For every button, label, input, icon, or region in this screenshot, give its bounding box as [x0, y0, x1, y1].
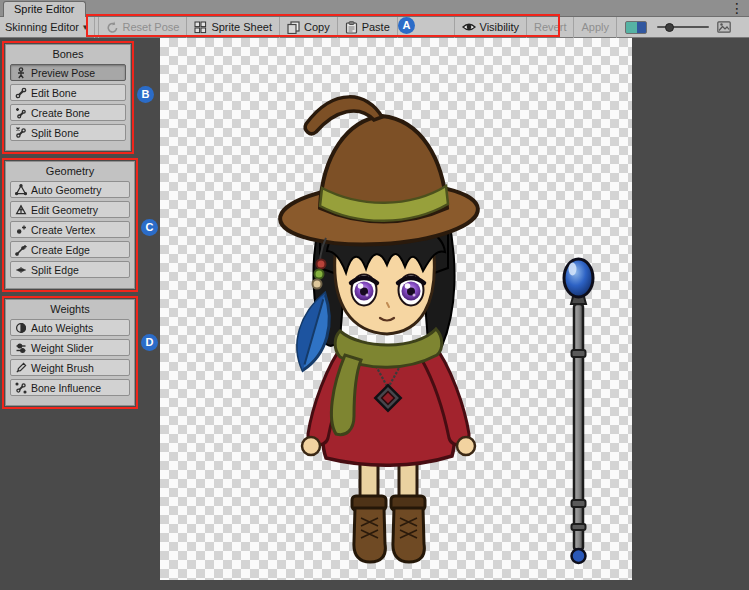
texture-channel-swatch[interactable] [625, 21, 647, 34]
annotation-badge-c: C [141, 219, 158, 236]
kebab-menu-icon[interactable]: ⋮ [730, 0, 744, 16]
create-vertex-tool-label: Create Vertex [31, 224, 95, 236]
paste-label: Paste [362, 21, 390, 33]
geometry-panel-title: Geometry [10, 164, 130, 178]
create-edge-tool-label: Create Edge [31, 244, 90, 256]
preview-pose-tool-button[interactable]: Preview Pose [10, 64, 126, 81]
preview-pose-icon [15, 67, 27, 79]
visibility-button[interactable]: Visibility [454, 17, 528, 38]
visibility-eye-icon [462, 21, 476, 33]
character-sprite [279, 97, 480, 562]
auto-geometry-icon [15, 184, 27, 196]
annotation-badge-b: B [137, 86, 154, 103]
edit-bone-tool-button[interactable]: Edit Bone [10, 84, 126, 101]
reset-pose-label: Reset Pose [123, 21, 180, 33]
copy-button[interactable]: Copy [280, 17, 338, 38]
mip-level-control[interactable] [717, 21, 731, 33]
visibility-label: Visibility [480, 21, 520, 33]
titlebar: Sprite Editor ⋮ [0, 0, 749, 17]
weight-slider-tool-button[interactable]: Weight Slider [10, 339, 130, 356]
bone-influence-tool-button[interactable]: Bone Influence [10, 379, 130, 396]
weight-brush-tool-label: Weight Brush [31, 362, 94, 374]
edit-geometry-icon [15, 204, 27, 216]
bones-panel: Bones Preview Pose Edit Bone Create Bone… [5, 44, 131, 151]
paste-button[interactable]: Paste [338, 17, 398, 38]
weight-brush-tool-button[interactable]: Weight Brush [10, 359, 130, 376]
annotation-box-geometry: Geometry Auto Geometry Edit Geometry Cre… [2, 158, 138, 292]
bone-influence-icon [15, 382, 27, 394]
annotation-box-weights: Weights Auto Weights Weight Slider Weigh… [2, 296, 138, 409]
staff-sprite [564, 259, 593, 563]
sprite-sheet-icon [194, 21, 207, 34]
copy-icon [287, 21, 300, 34]
weight-slider-icon [15, 342, 27, 354]
revert-button[interactable]: Revert [527, 17, 574, 38]
edit-bone-tool-label: Edit Bone [31, 87, 77, 99]
bones-panel-title: Bones [10, 47, 126, 61]
character-and-staff-art [160, 38, 632, 580]
auto-weights-tool-button[interactable]: Auto Weights [10, 319, 130, 336]
split-edge-tool-label: Split Edge [31, 264, 79, 276]
create-edge-tool-button[interactable]: Create Edge [10, 241, 130, 258]
reset-pose-icon [106, 21, 119, 34]
sprite-sheet-button[interactable]: Sprite Sheet [187, 17, 280, 38]
create-bone-icon [15, 107, 27, 119]
split-edge-tool-button[interactable]: Split Edge [10, 261, 130, 278]
split-bone-icon [15, 127, 27, 139]
auto-geometry-tool-label: Auto Geometry [31, 184, 102, 196]
sprite-sheet-label: Sprite Sheet [211, 21, 272, 33]
split-edge-icon [15, 264, 27, 276]
mode-dropdown-label: Skinning Editor [5, 21, 79, 33]
copy-label: Copy [304, 21, 330, 33]
apply-button[interactable]: Apply [574, 17, 617, 38]
weights-panel-title: Weights [10, 302, 130, 316]
bone-influence-tool-label: Bone Influence [31, 382, 101, 394]
annotation-badge-d: D [141, 334, 158, 351]
reset-pose-button[interactable]: Reset Pose [98, 17, 188, 38]
auto-weights-icon [15, 322, 27, 334]
texture-canvas[interactable] [160, 38, 632, 580]
edit-geometry-tool-label: Edit Geometry [31, 204, 98, 216]
create-vertex-icon [15, 224, 27, 236]
edit-bone-icon [15, 87, 27, 99]
annotation-badge-a: A [398, 17, 415, 34]
paste-icon [345, 21, 358, 34]
split-bone-tool-label: Split Bone [31, 127, 79, 139]
geometry-panel: Geometry Auto Geometry Edit Geometry Cre… [5, 161, 135, 289]
annotation-box-bones: Bones Preview Pose Edit Bone Create Bone… [2, 41, 134, 154]
edit-geometry-tool-button[interactable]: Edit Geometry [10, 201, 130, 218]
weights-panel: Weights Auto Weights Weight Slider Weigh… [5, 299, 135, 406]
weight-slider-tool-label: Weight Slider [31, 342, 93, 354]
chevron-down-icon: ▾ [83, 22, 88, 32]
mode-dropdown[interactable]: Skinning Editor ▾ [0, 17, 95, 38]
auto-weights-tool-label: Auto Weights [31, 322, 93, 334]
tab-title: Sprite Editor [14, 3, 75, 15]
create-bone-tool-label: Create Bone [31, 107, 90, 119]
weight-brush-icon [15, 362, 27, 374]
preview-pose-tool-label: Preview Pose [31, 67, 95, 79]
sprite-editor-window: Sprite Editor ⋮ Skinning Editor ▾ Reset … [0, 0, 749, 590]
zoom-slider[interactable] [657, 20, 709, 34]
sprite-editor-tab[interactable]: Sprite Editor [3, 1, 86, 17]
zoom-slider-knob[interactable] [665, 23, 674, 32]
create-edge-icon [15, 244, 27, 256]
create-vertex-tool-button[interactable]: Create Vertex [10, 221, 130, 238]
create-bone-tool-button[interactable]: Create Bone [10, 104, 126, 121]
apply-label: Apply [581, 21, 609, 33]
texture-mip-icon [717, 21, 731, 33]
skinning-editor-toolbar: Skinning Editor ▾ Reset Pose Sprite Shee… [0, 17, 749, 38]
revert-label: Revert [534, 21, 566, 33]
auto-geometry-tool-button[interactable]: Auto Geometry [10, 181, 130, 198]
split-bone-tool-button[interactable]: Split Bone [10, 124, 126, 141]
